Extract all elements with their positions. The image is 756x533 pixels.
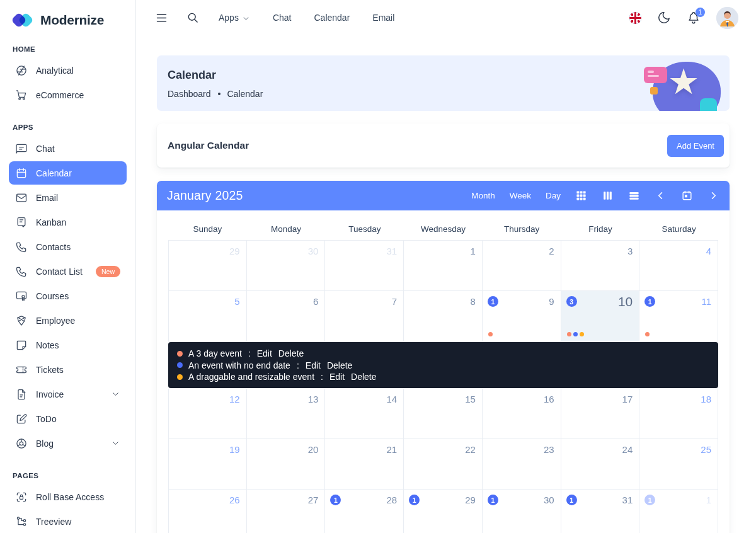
calendar-day-cell-20[interactable]: 20 <box>247 439 326 490</box>
calendar-day-cell-24[interactable]: 24 <box>561 439 640 490</box>
chevron-down-icon[interactable] <box>111 389 120 399</box>
calendar-day-cell-3[interactable]: 3 <box>561 241 640 291</box>
next-month-icon[interactable] <box>707 190 719 202</box>
topnav-item-calendar[interactable]: Calendar <box>314 13 350 23</box>
sidebar-item-blog[interactable]: Blog <box>9 432 127 455</box>
previous-month-icon[interactable] <box>655 190 667 202</box>
calendar-day-cell-23[interactable]: 23 <box>483 439 561 490</box>
sidebar-item-email[interactable]: Email <box>9 186 127 209</box>
event-count-badge[interactable]: 1 <box>566 495 577 505</box>
sidebar-item-label: Email <box>36 193 58 203</box>
sidebar-item-employee[interactable]: Employee <box>9 309 127 332</box>
sidebar-item-contact-list[interactable]: Contact ListNew <box>9 260 127 283</box>
event-dot-amber[interactable] <box>580 332 584 336</box>
dark-mode-moon-icon[interactable] <box>657 11 671 25</box>
calendar-day-cell-29[interactable]: 129 <box>404 490 483 533</box>
event-dot-orange[interactable] <box>567 332 571 336</box>
sidebar-item-chat[interactable]: Chat <box>9 137 127 160</box>
sidebar-item-ecommerce[interactable]: eCommerce <box>9 83 127 106</box>
event-title[interactable]: An event with no end date <box>188 360 290 371</box>
chevron-down-icon[interactable] <box>111 438 120 448</box>
language-flag-icon[interactable] <box>629 12 641 24</box>
calendar-day-cell-16[interactable]: 16 <box>483 389 561 439</box>
brand-logo[interactable]: Modernize <box>9 0 127 28</box>
user-avatar[interactable] <box>716 7 738 29</box>
calendar-day-cell-17[interactable]: 17 <box>561 389 640 439</box>
calendar-day-cell-8[interactable]: 8 <box>404 291 483 341</box>
event-delete-link[interactable]: Delete <box>278 348 304 359</box>
sidebar-item-courses[interactable]: Courses <box>9 284 127 307</box>
calendar-day-cell-25[interactable]: 25 <box>639 439 718 490</box>
notifications-bell-icon[interactable]: 1 <box>687 11 701 25</box>
event-dot-blue[interactable] <box>573 332 578 336</box>
calendar-day-cell-1-out[interactable]: 11 <box>639 490 718 533</box>
view-button-month[interactable]: Month <box>471 191 495 200</box>
sidebar-item-notes[interactable]: Notes <box>9 333 127 357</box>
calendar-day-cell-11[interactable]: 111 <box>639 291 718 341</box>
calendar-day-cell-31-out[interactable]: 31 <box>325 241 404 291</box>
calendar-day-cell-26[interactable]: 26 <box>168 490 247 533</box>
add-event-button[interactable]: Add Event <box>667 135 724 157</box>
breadcrumb-item-dashboard[interactable]: Dashboard <box>168 89 211 99</box>
calendar-day-cell-18[interactable]: 18 <box>639 389 718 439</box>
event-delete-link[interactable]: Delete <box>327 360 352 371</box>
calendar-day-cell-30-out[interactable]: 30 <box>247 241 326 291</box>
topnav-item-email[interactable]: Email <box>372 13 394 23</box>
event-count-badge[interactable]: 1 <box>488 296 498 307</box>
event-count-badge[interactable]: 1 <box>488 495 498 505</box>
rows-view-icon[interactable] <box>628 190 640 202</box>
view-button-week[interactable]: Week <box>510 191 531 200</box>
calendar-day-cell-19[interactable]: 19 <box>168 439 247 490</box>
calendar-day-cell-29-out[interactable]: 29 <box>168 241 247 291</box>
event-count-badge[interactable]: 3 <box>566 296 577 307</box>
event-count-badge[interactable]: 1 <box>644 296 655 307</box>
event-dot-orange[interactable] <box>488 332 493 336</box>
event-dot-orange[interactable] <box>645 332 650 336</box>
calendar-day-cell-4[interactable]: 4 <box>639 241 718 291</box>
calendar-day-cell-21[interactable]: 21 <box>325 439 404 490</box>
sidebar-item-kanban[interactable]: Kanban <box>9 210 127 234</box>
view-button-day[interactable]: Day <box>546 191 561 200</box>
calendar-day-cell-2[interactable]: 2 <box>483 241 561 291</box>
event-title[interactable]: A 3 day event <box>188 348 242 359</box>
calendar-day-cell-7[interactable]: 7 <box>325 291 404 341</box>
event-title[interactable]: A draggable and resizable event <box>188 371 314 382</box>
calendar-day-cell-13[interactable]: 13 <box>247 389 326 439</box>
calendar-day-cell-31[interactable]: 131 <box>561 490 640 533</box>
sidebar-item-todo[interactable]: ToDo <box>9 407 127 430</box>
event-count-badge[interactable]: 1 <box>409 495 420 505</box>
sidebar-item-tickets[interactable]: Tickets <box>9 358 127 381</box>
sidebar-item-calendar[interactable]: Calendar <box>9 161 127 185</box>
sidebar-item-analytical[interactable]: Analytical <box>9 59 127 82</box>
event-count-badge[interactable]: 1 <box>330 495 341 505</box>
calendar-day-cell-14[interactable]: 14 <box>325 389 404 439</box>
sidebar-item-roll-base-access[interactable]: Roll Base Access <box>9 485 127 508</box>
grid-view-icon[interactable] <box>575 190 587 202</box>
calendar-day-cell-27[interactable]: 27 <box>247 490 326 533</box>
search-icon[interactable] <box>186 11 199 24</box>
calendar-day-cell-30[interactable]: 130 <box>483 490 561 533</box>
calendar-day-cell-9[interactable]: 19 <box>483 291 561 341</box>
calendar-day-cell-28[interactable]: 128 <box>325 490 404 533</box>
event-count-badge[interactable]: 1 <box>644 495 655 505</box>
calendar-day-cell-22[interactable]: 22 <box>404 439 483 490</box>
calendar-day-cell-1[interactable]: 1 <box>404 241 483 291</box>
sidebar-item-contacts[interactable]: Contacts <box>9 235 127 258</box>
calendar-day-cell-12[interactable]: 12 <box>168 389 247 439</box>
calendar-day-cell-15[interactable]: 15 <box>404 389 483 439</box>
notification-count-badge: 1 <box>696 8 705 17</box>
event-edit-link[interactable]: Edit <box>306 360 321 371</box>
topnav-item-chat[interactable]: Chat <box>273 13 292 23</box>
today-calendar-icon[interactable] <box>681 190 693 202</box>
columns-view-icon[interactable] <box>602 190 614 202</box>
event-edit-link[interactable]: Edit <box>257 348 272 359</box>
sidebar-item-invoice[interactable]: Invoice <box>9 382 127 406</box>
hamburger-menu-icon[interactable] <box>155 11 168 25</box>
topnav-item-apps[interactable]: Apps <box>219 13 250 23</box>
event-delete-link[interactable]: Delete <box>351 371 376 382</box>
calendar-day-cell-5[interactable]: 5 <box>168 291 247 341</box>
calendar-day-cell-10[interactable]: 310 <box>561 291 640 341</box>
event-edit-link[interactable]: Edit <box>329 371 345 382</box>
calendar-day-cell-6[interactable]: 6 <box>247 291 326 341</box>
sidebar-item-treeview[interactable]: Treeview <box>9 510 127 533</box>
